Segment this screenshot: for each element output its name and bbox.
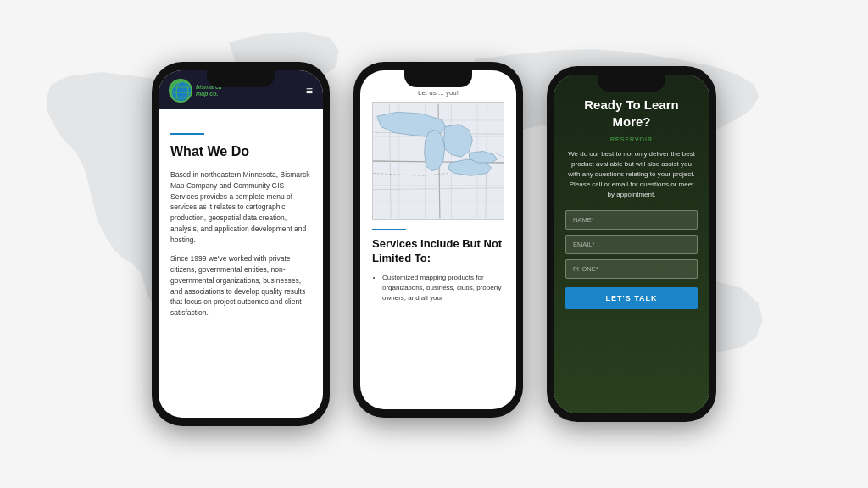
lets-talk-button[interactable]: LET'S TALK	[565, 287, 698, 309]
email-field[interactable]	[565, 235, 698, 254]
hamburger-icon[interactable]: ≡	[306, 85, 313, 97]
para-1: Based in northeastern Minnesota, Bismarc…	[170, 169, 311, 245]
services-list: Customized mapping products for organiza…	[372, 273, 504, 303]
globe-icon	[169, 79, 192, 103]
phones-container: bismarck map co. ≡ What We Do Based in n…	[0, 0, 868, 488]
phone-2-content: Let us ... you!	[360, 70, 516, 315]
phone-1: bismarck map co. ≡ What We Do Based in n…	[152, 62, 330, 426]
top-text: Let us ... you!	[372, 89, 504, 97]
list-item: Customized mapping products for organiza…	[382, 273, 504, 303]
name-field[interactable]	[565, 210, 698, 230]
divider-2	[372, 229, 406, 230]
phone-1-notch	[207, 70, 275, 87]
phone-2-screen: Let us ... you!	[360, 70, 516, 409]
phone-2: Let us ... you!	[353, 62, 523, 418]
phone-3-content: Ready To Learn More? RESERVOIR We do our…	[554, 75, 709, 321]
divider-1	[170, 133, 204, 135]
phone-field[interactable]	[565, 259, 698, 279]
phone-3-screen: Ready To Learn More? RESERVOIR We do our…	[554, 75, 709, 413]
phone-3: Ready To Learn More? RESERVOIR We do our…	[547, 66, 716, 422]
services-title: Services Include But Not Limited To:	[372, 237, 504, 266]
cta-label: RESERVOIR	[565, 136, 698, 142]
phone-1-content: What We Do Based in northeastern Minneso…	[159, 109, 323, 339]
phone-2-notch	[404, 70, 472, 87]
phone-1-screen: bismarck map co. ≡ What We Do Based in n…	[159, 70, 323, 418]
phone-3-notch	[598, 75, 665, 92]
what-we-do-title: What We Do	[170, 141, 311, 161]
cta-title: Ready To Learn More?	[565, 97, 698, 130]
para-2: Since 1999 we've worked with private cit…	[170, 253, 311, 319]
cta-para: We do our best to not only deliver the b…	[565, 149, 698, 200]
great-lakes-map	[372, 102, 504, 220]
